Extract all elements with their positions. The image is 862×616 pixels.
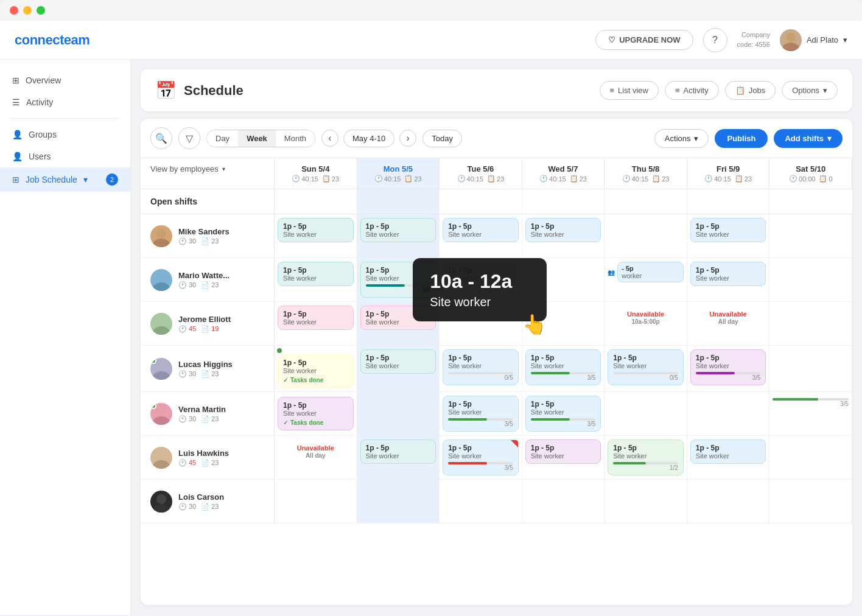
shift-cell[interactable]: 1p - 5pSite worker 0/5 <box>604 346 687 391</box>
shift-cell[interactable]: 1p - 5pSite worker <box>357 436 440 479</box>
month-view-button[interactable]: Month <box>276 130 315 147</box>
day-view-button[interactable]: Day <box>207 130 238 147</box>
week-view-button[interactable]: Week <box>238 130 276 147</box>
shift-cell[interactable]: 1p - 5pSite worker <box>357 346 440 391</box>
avatar <box>150 358 172 380</box>
shift-cell[interactable]: 1p - 5pSite worker 1/2 <box>604 436 687 479</box>
next-date-button[interactable]: › <box>399 130 416 147</box>
svg-point-6 <box>156 317 166 326</box>
view-by-header[interactable]: View by employees ▾ <box>141 158 275 189</box>
minimize-button[interactable] <box>23 6 32 15</box>
activity-icon: ≡ <box>675 86 680 95</box>
shift-cell[interactable]: 1p - 5pSite worker <box>275 214 357 257</box>
shift-cell[interactable]: 1p - 5pSite worker <box>357 214 440 257</box>
shift-cell <box>604 392 687 435</box>
shift-cell <box>769 302 852 345</box>
actions-button[interactable]: Actions ▾ <box>654 129 709 148</box>
shift-cell[interactable]: 1p - 5p Site worker ✓Tasks done <box>275 392 357 435</box>
chevron-down-icon: ▾ <box>823 86 827 95</box>
today-button[interactable]: Today <box>422 130 462 147</box>
chevron-down-icon: ▾ <box>843 35 847 44</box>
svg-point-8 <box>156 362 166 371</box>
help-button[interactable]: ? <box>703 28 727 52</box>
sidebar-item-overview[interactable]: ⊞ Overview <box>0 69 130 91</box>
maximize-button[interactable] <box>37 6 45 15</box>
employee-name: Lois Carson <box>178 492 224 502</box>
svg-point-11 <box>153 416 170 425</box>
date-range[interactable]: May 4-10 <box>343 130 394 147</box>
shift-cell[interactable]: 1p - 5pSite worker 3/5 <box>522 346 605 391</box>
upgrade-button[interactable]: ♡ UPGRADE NOW <box>595 30 693 50</box>
svg-point-10 <box>156 407 166 416</box>
shift-cell[interactable]: 1p - 5pSite worker 3/5 <box>687 346 770 391</box>
chevron-down-icon: ▾ <box>827 134 832 143</box>
shift-cell[interactable]: 1p - 5pSite worker 3/5 <box>440 392 522 435</box>
filter-button[interactable]: ▽ <box>178 127 200 149</box>
svg-point-3 <box>153 239 170 247</box>
col-fri: Fri 5/9 🕐 40:15 📋 23 <box>687 158 770 189</box>
sidebar-item-users[interactable]: 👤 Users <box>0 145 130 167</box>
calendar-small-icon: 📋 <box>322 175 331 183</box>
shift-cell[interactable]: 1p - 5pSite worker <box>522 214 605 257</box>
clock-icon: 🕐 <box>622 175 631 183</box>
open-shifts-label: Open shifts <box>141 189 275 214</box>
clock-icon: 🕐 <box>178 459 187 467</box>
shift-cell[interactable]: 1p - 5pSite worker <box>275 302 357 345</box>
calendar-small-icon: 📋 <box>819 175 827 183</box>
shift-cell[interactable]: 1p - 5pSite worker <box>687 436 770 479</box>
toolbar: 🔍 ▽ Day Week Month ‹ May 4-10 › Today A <box>141 119 852 158</box>
sidebar-item-activity[interactable]: ☰ Activity <box>0 91 130 113</box>
table-row: Lucas Higgins 🕐 30 📄 23 1p - 5p Site wor… <box>141 346 852 392</box>
svg-point-5 <box>153 282 170 291</box>
activity-button[interactable]: ≡ Activity <box>665 81 719 100</box>
sidebar-item-job-schedule[interactable]: ⊞ Job Schedule ▾ 2 <box>0 167 130 192</box>
calendar-small-icon: 📋 <box>735 175 743 183</box>
shift-cell[interactable]: 1p - 5pSite worker 10a - 12a Site worker… <box>440 258 522 301</box>
jobs-icon: 📋 <box>735 86 745 95</box>
shift-cell[interactable]: 1p - 5pSite worker <box>275 258 357 301</box>
shift-cell: UnavailableAll day <box>687 302 770 345</box>
add-shifts-button[interactable]: Add shifts ▾ <box>774 129 843 148</box>
jobs-button[interactable]: 📋 Jobs <box>725 81 776 100</box>
shift-cell[interactable]: 1p - 5pSite worker 3/5 <box>440 436 522 479</box>
shift-cell[interactable]: 1p - 5p Site worker ✓Tasks done <box>275 346 357 391</box>
col-mon: Mon 5/5 🕐 40:15 📋 23 <box>357 158 440 189</box>
shift-cell: 3/5 <box>769 392 852 435</box>
clock-icon: 🕐 <box>178 281 187 289</box>
search-button[interactable]: 🔍 <box>150 127 172 149</box>
sidebar-item-groups[interactable]: 👤 Groups <box>0 124 130 145</box>
shift-cell <box>687 480 770 523</box>
shift-cell[interactable]: 👥 - 5pworker <box>604 258 687 301</box>
options-button[interactable]: Options ▾ <box>782 81 838 100</box>
shift-cell[interactable]: 1p - 5pSite worker <box>687 214 770 257</box>
list-view-button[interactable]: ≡ List view <box>600 81 659 100</box>
calendar-icon: 📅 <box>155 80 177 100</box>
user-menu[interactable]: Adi Plato ▾ <box>780 29 847 51</box>
close-button[interactable] <box>10 6 18 15</box>
apps-icon: ⊞ <box>12 175 19 184</box>
grid-icon: ⊞ <box>12 75 19 85</box>
shift-cell[interactable]: 1p - 5pSite worker 3/5 <box>522 392 605 435</box>
prev-date-button[interactable]: ‹ <box>321 130 338 147</box>
shift-cell[interactable]: 1p - 5pSite worker 0/5 <box>440 346 522 391</box>
chevron-down-icon: ▾ <box>83 175 88 184</box>
employee-cell-mike: Mike Sanders 🕐 30 📄 23 <box>141 214 275 257</box>
online-indicator <box>150 403 156 409</box>
publish-button[interactable]: Publish <box>715 129 768 148</box>
table-row: Mike Sanders 🕐 30 📄 23 1p - 5pSite worke… <box>141 214 852 258</box>
help-icon: ? <box>712 35 718 46</box>
shift-cell[interactable]: 1p - 5pSite worker <box>522 436 605 479</box>
chevron-down-icon: ▾ <box>694 134 698 143</box>
employee-name: Mike Sanders <box>178 227 230 236</box>
person-icon: 👤 <box>12 130 23 139</box>
doc-icon: 📄 <box>201 237 209 245</box>
shift-cell[interactable]: 1p - 5pSite worker <box>687 258 770 301</box>
table-row: Lois Carson 🕐 30 📄 23 <box>141 480 852 523</box>
shift-cell[interactable]: 1p - 5pSite worker <box>440 214 522 257</box>
doc-icon: 📄 <box>201 325 209 333</box>
shift-tooltip: 10a - 12a Site worker 👆 <box>413 258 547 321</box>
svg-point-13 <box>153 460 170 469</box>
search-icon: 🔍 <box>155 133 167 144</box>
list-icon: ≡ <box>610 86 615 95</box>
clock-icon: 🕐 <box>292 175 300 183</box>
